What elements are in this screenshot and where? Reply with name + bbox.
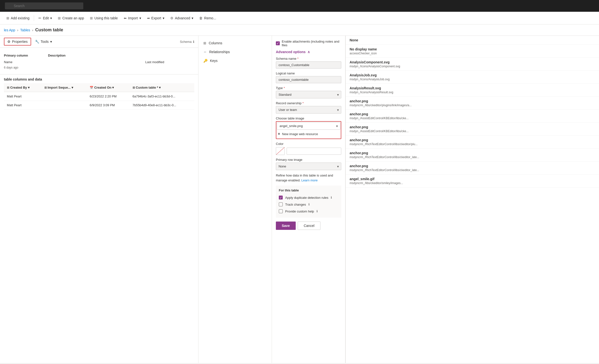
import-button[interactable]: ⬅ Import ▾ — [121, 15, 144, 22]
mid-panel: ⊞ Columns ↔ Relationships 🔑 Keys — [198, 36, 272, 363]
properties-icon: ⚙ — [7, 40, 11, 44]
list-item-path: msdyncrm_/RichTextEditorControl/libs/cke… — [350, 155, 423, 159]
import-chevron-icon: ▾ — [139, 16, 141, 20]
list-item[interactable]: AnalysisResult.svg msdyn_/Icons/Analysis… — [346, 84, 599, 97]
cell-import-seq — [41, 101, 87, 110]
search-wrapper: 🔍 — [5, 2, 83, 9]
refine-text: Refine how data in this table is used an… — [276, 173, 341, 183]
nav-item-keys[interactable]: 🔑 Keys — [198, 56, 272, 65]
breadcrumb-app[interactable]: les App — [4, 28, 15, 32]
enable-attachments-row: ✓ Enable attachments (including notes an… — [276, 40, 341, 47]
cancel-button[interactable]: Cancel — [298, 222, 321, 230]
list-item[interactable]: anchor.png msdyncrm_/RichTextEditorContr… — [346, 136, 599, 149]
advanced-options-toggle[interactable]: Advanced options ∧ — [276, 50, 341, 54]
list-item[interactable]: No display name accessChecker_icon — [346, 45, 599, 58]
logical-name-label: Logical name — [276, 71, 341, 75]
description-header: Description — [48, 52, 145, 59]
primary-name-value: Name — [4, 59, 48, 65]
list-item-path: msdyn_/Icons/AnalysisResult.svg — [350, 91, 423, 94]
list-item[interactable]: None — [346, 36, 599, 45]
last-modified-label: Last modified — [145, 59, 194, 65]
col-icon-import: ⊞ — [44, 86, 47, 89]
primary-row-image-select[interactable]: None — [276, 163, 341, 170]
type-select[interactable]: Standard — [276, 91, 341, 98]
enable-attachments-checkbox[interactable]: ✓ — [276, 41, 280, 45]
color-swatch[interactable] — [276, 147, 285, 155]
list-item-name: AnalysisResult.svg — [350, 86, 595, 90]
record-ownership-select[interactable]: User or team — [276, 106, 341, 114]
list-item[interactable]: anchor.png msdyncrm_/RichTextEditorContr… — [346, 162, 599, 175]
track-changes-row: Track changes ℹ — [279, 201, 338, 208]
advanced-icon: ⚙ — [170, 16, 173, 20]
data-section-title: table columns and data — [4, 74, 194, 83]
schema-name-input[interactable] — [276, 61, 341, 69]
provide-custom-help-checkbox[interactable] — [279, 209, 283, 213]
export-icon: ➡ — [147, 16, 150, 20]
type-select-wrapper: Standard ▾ — [276, 91, 341, 98]
export-chevron-icon: ▾ — [163, 16, 164, 20]
list-item-name: anchor.png — [350, 138, 595, 142]
table-info-grid: Primary column Description Name Last mod… — [4, 52, 194, 70]
list-item-name: anchor.png — [350, 125, 595, 129]
col-created-on[interactable]: 📅 Created On ▾ — [87, 83, 130, 92]
list-item[interactable]: AnalysisJob.svg msdyn_/Icons/AnalysisJob… — [346, 71, 599, 84]
list-item[interactable]: anchor.png msdyn_/AssistEditControl/KBEd… — [346, 123, 599, 136]
col-chevron-import: ▾ — [72, 86, 73, 89]
track-changes-checkbox[interactable] — [279, 202, 283, 206]
list-item[interactable]: anchor.png msdyn_/AssistEditControl/KBEd… — [346, 110, 599, 123]
new-image-web-resource-button[interactable]: + New image web resource — [277, 130, 340, 138]
remove-button[interactable]: 🗑 Remo... — [197, 15, 219, 22]
edit-chevron-icon: ▾ — [50, 16, 52, 20]
breadcrumb-sep-2: › — [32, 28, 33, 32]
apply-duplicate-info-icon[interactable]: ℹ — [331, 196, 332, 199]
col-chevron-created-on: ▾ — [112, 86, 114, 89]
list-item-path: msdyn_/AssistEditControl/KBEditor/libs/c… — [350, 129, 423, 133]
properties-tab[interactable]: ⚙ Properties — [4, 38, 31, 46]
tools-tab[interactable]: 🔧 Tools ▾ — [32, 38, 55, 45]
list-item[interactable]: angel_smile.gif msdyncrm_/libs/ckeditor/… — [346, 175, 599, 188]
top-bar: 🔍 — [0, 0, 599, 12]
list-item-path: msdyn_/Icons/AnalysisComponent.svg — [350, 65, 423, 68]
using-this-table-button[interactable]: ⊞ Using this table — [87, 15, 120, 22]
list-item[interactable]: AnalysisComponent.svg msdyn_/Icons/Analy… — [346, 58, 599, 71]
breadcrumb-tables[interactable]: Tables — [20, 28, 30, 32]
col-created-by[interactable]: ⊞ Created By ▾ — [4, 83, 41, 92]
create-app-button[interactable]: ⊞ Create an app — [55, 15, 86, 22]
search-input[interactable] — [5, 2, 83, 9]
col-custom-table[interactable]: ⊞ Custom table * ▾ — [130, 83, 194, 92]
color-field — [276, 147, 341, 155]
list-item-name: anchor.png — [350, 151, 595, 155]
sub-toolbar: ⚙ Properties 🔧 Tools ▾ Schema ℹ — [0, 36, 198, 48]
list-item[interactable]: anchor.png msdyncrm_/libs/ckeditor/plugi… — [346, 97, 599, 110]
track-changes-info-icon[interactable]: ℹ — [308, 203, 310, 206]
advanced-chevron-up-icon: ∧ — [307, 50, 310, 54]
provide-custom-help-info-icon[interactable]: ℹ — [317, 210, 318, 213]
apply-duplicate-checkbox[interactable]: ✓ — [279, 196, 283, 200]
list-item[interactable]: anchor.png msdyncrm_/RichTextEditorContr… — [346, 149, 599, 162]
col-chevron-custom: ▾ — [159, 86, 161, 89]
advanced-button[interactable]: ⚙ Advanced ▾ — [168, 15, 196, 22]
main-layout: ⚙ Properties 🔧 Tools ▾ Schema ℹ Primary … — [0, 36, 599, 363]
last-modified-value: 6 days ago — [4, 65, 48, 70]
nav-item-columns[interactable]: ⊞ Columns — [198, 39, 272, 47]
add-existing-button[interactable]: ⊞ Add existing — [4, 15, 32, 22]
list-item-path: msdyncrm_/libs/ckeditor/plugins/link/ima… — [350, 104, 423, 107]
image-select[interactable]: angel_smile.png — [277, 122, 340, 130]
save-button[interactable]: Save — [276, 222, 296, 230]
tools-chevron-icon: ▾ — [50, 40, 52, 44]
nav-item-relationships[interactable]: ↔ Relationships — [198, 47, 272, 56]
empty-header — [145, 52, 194, 59]
breadcrumb-sep-1: › — [17, 28, 18, 32]
learn-more-link[interactable]: Learn more — [301, 178, 318, 182]
color-input[interactable] — [287, 148, 341, 155]
edit-button[interactable]: ✏ Edit ▾ — [36, 15, 54, 22]
col-import-seq[interactable]: ⊞ Import Seque... ▾ — [41, 83, 87, 92]
cell-custom-table: 7b55b4d9-40e8-ec11-bb3c-0... — [130, 101, 194, 110]
export-button[interactable]: ➡ Export ▾ — [145, 15, 167, 22]
logical-name-input[interactable] — [276, 76, 341, 83]
nav-icon: 🔑 — [203, 59, 208, 63]
edit-icon: ✏ — [38, 16, 41, 20]
remove-icon: 🗑 — [199, 16, 203, 20]
list-item-name: AnalysisJob.svg — [350, 73, 595, 77]
list-item-path: accessChecker_icon — [350, 52, 423, 55]
